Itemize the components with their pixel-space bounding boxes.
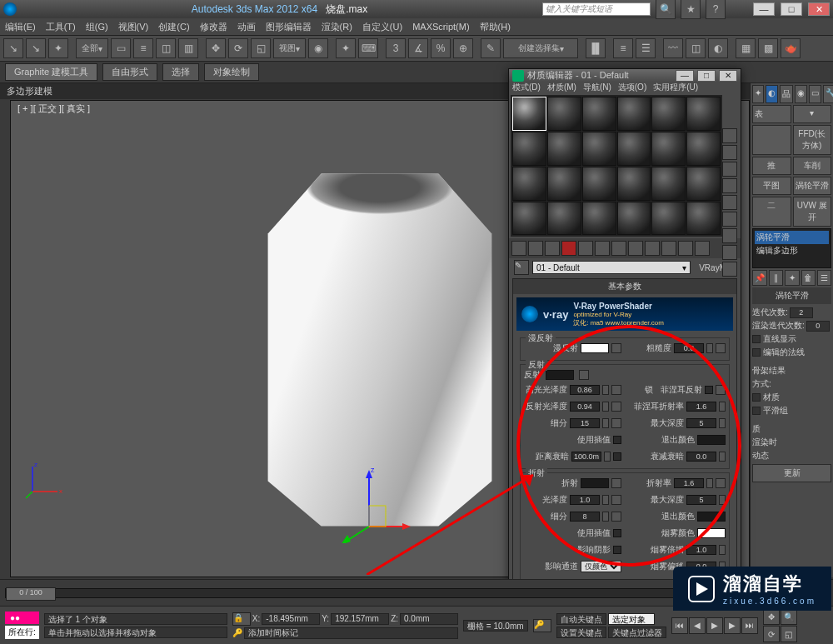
snap-pct-icon[interactable]: % (431, 38, 451, 58)
setkey-button[interactable]: 设置关键点 (556, 627, 606, 638)
named-sel-dropdown[interactable]: 创建选择集 ▾ (503, 38, 578, 58)
stack-item-turbo[interactable]: 涡轮平滑 (755, 231, 829, 244)
menu-group[interactable]: 组(G) (81, 21, 113, 33)
curve-editor-icon[interactable]: 〰 (663, 38, 683, 58)
refract-subdiv-input[interactable]: 8 (570, 512, 600, 522)
cmd-modify-icon[interactable]: ◐ (766, 85, 778, 103)
goto-start-icon[interactable]: ⏮ (671, 617, 688, 634)
refract-depth-input[interactable]: 5 (686, 495, 716, 505)
select-icon[interactable]: ▭ (111, 38, 131, 58)
prev-frame-icon[interactable]: ◀ (689, 617, 706, 634)
stack-remove-icon[interactable]: 🗑 (801, 270, 816, 286)
render-icon[interactable]: 🫖 (781, 38, 801, 58)
mat-slot[interactable] (547, 97, 581, 131)
selection-filter-dropdown[interactable]: 全部 ▾ (76, 38, 108, 58)
refl-exit-color[interactable] (697, 435, 726, 445)
refl-gloss-input[interactable]: 0.94 (570, 402, 600, 412)
snap-icon[interactable]: 3 (386, 38, 406, 58)
make-copy-icon[interactable] (578, 241, 593, 256)
mod-ffd[interactable]: FFD(长方体) (793, 125, 832, 155)
mod-btn3[interactable]: 推 (752, 157, 791, 175)
show-end-icon[interactable] (661, 241, 676, 256)
fog-color[interactable] (697, 528, 726, 538)
nav-max-icon[interactable]: ◱ (781, 626, 797, 642)
menu-tools[interactable]: 工具(T) (41, 21, 81, 33)
options-icon[interactable] (722, 228, 737, 243)
refract-gloss-input[interactable]: 1.0 (570, 495, 600, 505)
roughness-input[interactable]: 0.0 (674, 343, 704, 353)
maximize-button[interactable]: □ (781, 2, 802, 16)
mod-btn5[interactable]: 平图 (752, 177, 791, 195)
ribbon-tab-paint[interactable]: 对象绘制 (204, 63, 259, 81)
next-frame-icon[interactable]: ▶ (724, 617, 741, 634)
backlight-icon[interactable] (722, 145, 737, 160)
minimize-button[interactable]: — (753, 2, 775, 16)
coord-z-input[interactable] (400, 613, 458, 625)
material-editor-icon[interactable]: ◐ (708, 38, 728, 58)
align-icon[interactable]: ≡ (613, 38, 633, 58)
stack-item-editpoly[interactable]: 编辑多边形 (755, 244, 829, 257)
riter-input[interactable] (806, 321, 830, 332)
make-preview-icon[interactable] (722, 212, 737, 227)
chk-sg[interactable] (752, 407, 761, 415)
stack-pin-icon[interactable]: 📌 (752, 270, 767, 286)
mod-btn7[interactable]: 二 (752, 197, 791, 227)
pick-mat-icon[interactable]: ✎ (514, 260, 529, 275)
sample-uv-icon[interactable] (722, 178, 737, 193)
mat-max-button[interactable]: □ (697, 70, 716, 82)
menu-views[interactable]: 视图(V) (113, 21, 154, 33)
help-search-input[interactable]: 键入关键字或短语 (542, 2, 651, 16)
affect-shadows-check[interactable] (613, 546, 621, 554)
refract-ior-input[interactable]: 1.6 (674, 478, 704, 488)
iter-input[interactable] (790, 307, 813, 318)
chk-mat[interactable] (752, 393, 761, 402)
coord-x-input[interactable] (262, 613, 320, 625)
menu-animation[interactable]: 动画 (232, 21, 261, 33)
coord-y-input[interactable] (331, 613, 389, 625)
background-icon[interactable] (722, 162, 737, 177)
nav-zoom-icon[interactable]: 🔍 (781, 608, 797, 625)
keyfilter-button[interactable]: 关键点过滤器 (608, 627, 666, 638)
time-tag-input[interactable] (244, 627, 458, 639)
mat-slot-1[interactable] (512, 97, 546, 131)
selected-key-label[interactable]: 选定对象 (608, 613, 655, 625)
show-in-vp-icon[interactable] (645, 241, 660, 256)
menu-bar[interactable]: 编辑(E) 工具(T) 组(G) 视图(V) 创建(C) 修改器 动画 图形编辑… (0, 18, 833, 35)
play-icon[interactable]: ▶ (706, 617, 723, 634)
close-button[interactable]: ✕ (808, 2, 830, 16)
mat-map-nav-icon[interactable] (722, 262, 737, 277)
menu-render[interactable]: 渲染(R) (317, 21, 357, 33)
make-unique-icon[interactable] (595, 241, 610, 256)
menu-maxscript[interactable]: MAXScript(M) (407, 22, 474, 32)
refl-subdiv-input[interactable]: 15 (570, 418, 600, 428)
star-icon[interactable]: ★ (681, 0, 701, 19)
time-thumb[interactable]: 0 / 100 (6, 587, 56, 601)
unlink-icon[interactable]: ↘ (26, 38, 46, 58)
lock-icon[interactable]: 🔒 (232, 612, 251, 626)
cmd-motion-icon[interactable]: ◉ (795, 85, 807, 103)
go-sibling-icon[interactable] (695, 241, 710, 256)
affect-channel-dropdown[interactable]: 仅颜色 (581, 561, 621, 572)
schematic-icon[interactable]: ◫ (686, 38, 706, 58)
scale-icon[interactable]: ◱ (251, 38, 271, 58)
mat-close-button[interactable]: ✕ (719, 70, 737, 82)
marquee-icon[interactable]: ◫ (156, 38, 176, 58)
move-icon[interactable]: ✥ (206, 38, 226, 58)
put-to-lib-icon[interactable] (611, 241, 626, 256)
layers-icon[interactable]: ☰ (636, 38, 656, 58)
menu-customize[interactable]: 自定义(U) (357, 21, 407, 33)
ribbon-tab-freeform[interactable]: 自由形式 (102, 63, 157, 81)
stack-show-icon[interactable]: ∥ (769, 270, 783, 286)
render-setup-icon[interactable]: ▦ (736, 38, 756, 58)
menu-modifiers[interactable]: 修改器 (195, 21, 232, 33)
link-icon[interactable]: ↘ (3, 38, 23, 58)
help-icon[interactable]: ? (706, 0, 726, 19)
material-menu[interactable]: 模式(D) 材质(M) 导航(N) 选项(O) 实用程序(U) (509, 82, 741, 93)
rollout-basic-params[interactable]: 基本参数 (513, 279, 736, 294)
dim-amt-input[interactable]: 0.0 (686, 452, 716, 462)
cmd-create-icon[interactable]: ✦ (752, 85, 764, 103)
chk-normals[interactable] (752, 348, 761, 357)
rollout-header[interactable]: 涡轮平滑 (752, 287, 831, 304)
menu-graph[interactable]: 图形编辑器 (261, 21, 317, 33)
refract-color[interactable] (581, 478, 609, 488)
